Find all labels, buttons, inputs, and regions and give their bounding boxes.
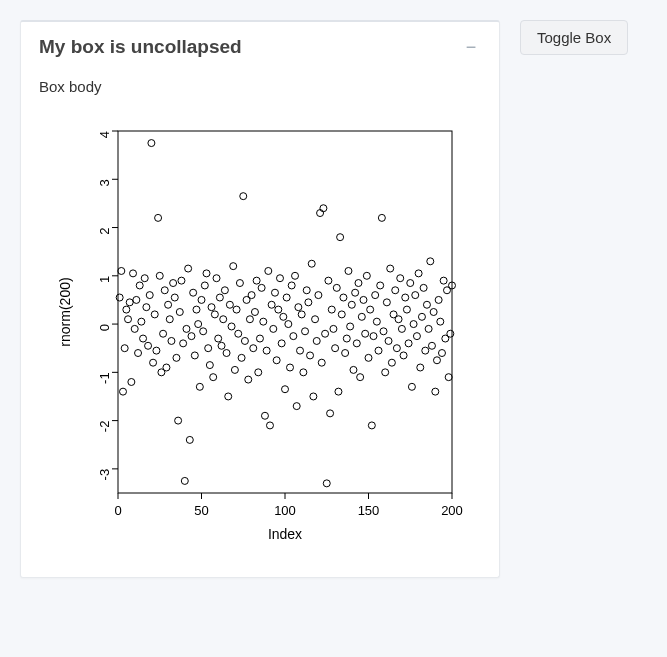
svg-point-65 <box>176 309 183 316</box>
svg-point-180 <box>368 422 375 429</box>
svg-text:-1: -1 <box>97 372 112 384</box>
svg-point-57 <box>163 364 170 371</box>
svg-point-176 <box>362 330 369 337</box>
svg-point-106 <box>245 376 252 383</box>
svg-point-33 <box>123 306 130 313</box>
svg-point-115 <box>260 318 267 325</box>
svg-point-92 <box>221 287 228 294</box>
box-body-text: Box body <box>39 78 481 95</box>
svg-text:rnorm(200): rnorm(200) <box>57 277 73 346</box>
svg-point-91 <box>220 316 227 323</box>
svg-point-88 <box>215 335 222 342</box>
svg-point-125 <box>276 275 283 282</box>
svg-point-68 <box>181 477 188 484</box>
svg-point-67 <box>180 340 187 347</box>
svg-text:0: 0 <box>114 503 121 518</box>
svg-point-144 <box>308 260 315 267</box>
svg-point-103 <box>240 193 247 200</box>
svg-point-98 <box>231 366 238 373</box>
svg-point-172 <box>355 280 362 287</box>
svg-point-179 <box>367 306 374 313</box>
toggle-box-button[interactable]: Toggle Box <box>520 20 628 55</box>
svg-point-86 <box>211 311 218 318</box>
svg-point-50 <box>151 311 158 318</box>
svg-point-140 <box>302 328 309 335</box>
svg-point-114 <box>258 284 265 291</box>
svg-point-189 <box>383 299 390 306</box>
svg-point-99 <box>233 306 240 313</box>
svg-text:2: 2 <box>97 228 112 235</box>
svg-point-46 <box>145 342 152 349</box>
svg-point-200 <box>402 294 409 301</box>
svg-point-151 <box>320 205 327 212</box>
svg-point-171 <box>353 340 360 347</box>
svg-text:0: 0 <box>97 324 112 331</box>
svg-point-97 <box>230 263 237 270</box>
collapsible-box: My box is uncollapsed − Box body 0501001… <box>20 20 500 578</box>
svg-point-96 <box>228 323 235 330</box>
svg-point-83 <box>206 362 213 369</box>
svg-point-80 <box>201 282 208 289</box>
svg-point-150 <box>318 359 325 366</box>
svg-point-217 <box>430 309 437 316</box>
svg-point-163 <box>340 294 347 301</box>
svg-point-139 <box>300 369 307 376</box>
svg-point-84 <box>208 304 215 311</box>
minus-icon[interactable]: − <box>461 37 481 57</box>
svg-point-117 <box>263 347 270 354</box>
svg-point-32 <box>121 345 128 352</box>
svg-point-159 <box>333 284 340 291</box>
svg-point-222 <box>438 350 445 357</box>
svg-point-31 <box>120 388 127 395</box>
svg-point-118 <box>265 267 272 274</box>
svg-point-198 <box>398 325 405 332</box>
svg-point-209 <box>417 364 424 371</box>
svg-point-116 <box>261 412 268 419</box>
svg-text:Index: Index <box>268 526 302 542</box>
svg-point-75 <box>193 306 200 313</box>
svg-point-30 <box>118 267 125 274</box>
svg-point-164 <box>342 350 349 357</box>
svg-point-60 <box>168 337 175 344</box>
svg-point-136 <box>295 304 302 311</box>
svg-point-185 <box>377 282 384 289</box>
svg-point-36 <box>128 378 135 385</box>
svg-point-215 <box>427 258 434 265</box>
svg-point-206 <box>412 292 419 299</box>
svg-point-149 <box>317 210 324 217</box>
svg-text:1: 1 <box>97 276 112 283</box>
svg-text:4: 4 <box>97 131 112 138</box>
svg-point-51 <box>153 347 160 354</box>
svg-point-160 <box>335 388 342 395</box>
svg-point-78 <box>198 296 205 303</box>
svg-point-69 <box>183 325 190 332</box>
svg-point-39 <box>133 296 140 303</box>
svg-point-111 <box>253 277 260 284</box>
svg-point-137 <box>297 347 304 354</box>
svg-point-216 <box>428 342 435 349</box>
svg-point-87 <box>213 275 220 282</box>
svg-point-167 <box>347 323 354 330</box>
svg-point-89 <box>216 294 223 301</box>
svg-point-42 <box>138 318 145 325</box>
svg-point-122 <box>271 289 278 296</box>
svg-point-93 <box>223 350 230 357</box>
svg-point-119 <box>266 422 273 429</box>
svg-point-40 <box>135 350 142 357</box>
svg-point-201 <box>403 306 410 313</box>
svg-point-165 <box>343 335 350 342</box>
svg-text:150: 150 <box>358 503 380 518</box>
svg-point-90 <box>218 342 225 349</box>
svg-point-194 <box>392 287 399 294</box>
svg-point-82 <box>205 345 212 352</box>
svg-point-61 <box>170 280 177 287</box>
svg-point-186 <box>378 214 385 221</box>
svg-point-158 <box>332 345 339 352</box>
svg-point-191 <box>387 265 394 272</box>
svg-point-218 <box>432 388 439 395</box>
svg-point-178 <box>365 354 372 361</box>
svg-point-55 <box>160 330 167 337</box>
svg-rect-0 <box>118 131 452 493</box>
plot-container: 050100150200-3-2-101234Indexrnorm(200) <box>39 113 481 553</box>
svg-point-73 <box>190 289 197 296</box>
